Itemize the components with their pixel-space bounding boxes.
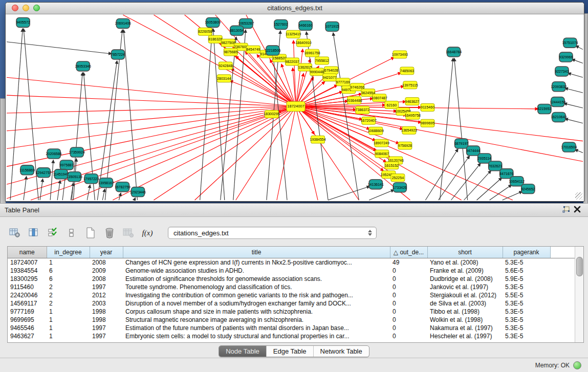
- column-header-short[interactable]: short: [427, 247, 503, 258]
- graph-node-teal[interactable]: 15751074: [562, 38, 578, 48]
- scrollbar-thumb[interactable]: [576, 257, 583, 276]
- citation-edge-red[interactable]: [293, 40, 296, 106]
- citation-edge-black[interactable]: [440, 58, 453, 200]
- network-canvas[interactable]: 1872400782260588186328982750823676089875…: [6, 14, 583, 201]
- graph-node-teal[interactable]: 12218506: [265, 46, 280, 55]
- vertical-scrollbar[interactable]: [575, 247, 583, 342]
- graph-node-yellow[interactable]: 9463627: [405, 98, 419, 105]
- citation-edge-black[interactable]: [454, 58, 468, 200]
- graph-node-teal[interactable]: 17016504: [561, 142, 577, 152]
- citation-edge-black[interactable]: [119, 193, 121, 200]
- citation-edge-red[interactable]: [195, 106, 296, 200]
- citation-edge-black[interactable]: [451, 163, 481, 200]
- graph-node-yellow[interactable]: 1615152: [385, 162, 399, 169]
- graph-node-yellow[interactable]: 8226058: [198, 28, 212, 35]
- delete-table-icon[interactable]: [103, 226, 116, 239]
- citation-edge-black[interactable]: [490, 185, 512, 200]
- graph-node-teal[interactable]: 11156869: [19, 165, 35, 175]
- graph-node-yellow[interactable]: 6794028: [324, 67, 338, 74]
- citation-edge-black[interactable]: [123, 30, 137, 200]
- table-row[interactable]: 977716911998Corpus callosum shape and si…: [8, 308, 576, 316]
- column-header-in_degree[interactable]: in_degree: [47, 247, 90, 258]
- graph-node-teal[interactable]: 6466160: [298, 20, 312, 30]
- column-header-year[interactable]: year: [90, 247, 123, 258]
- graph-node-teal[interactable]: 7632621: [488, 161, 502, 171]
- graph-node-yellow[interactable]: 7386372: [356, 106, 369, 114]
- graph-node-teal[interactable]: 12444158: [550, 97, 565, 107]
- graph-node-yellow[interactable]: 9115460: [421, 104, 434, 112]
- graph-node-yellow[interactable]: 13975115: [402, 81, 418, 89]
- table-row[interactable]: 969969511998Structural magnetic resonanc…: [8, 316, 576, 324]
- citation-edge-black[interactable]: [369, 190, 394, 200]
- function-builder-icon[interactable]: f(x): [141, 226, 154, 239]
- graph-node-yellow[interactable]: 18724007: [287, 102, 305, 112]
- table-row[interactable]: 2242004622012Investigating the contribut…: [8, 291, 576, 299]
- graph-node-teal[interactable]: 1071915: [325, 21, 339, 31]
- graph-node-yellow[interactable]: 9756928: [398, 142, 412, 149]
- network-graph[interactable]: 1872400782260588186328982750823676089875…: [6, 14, 583, 201]
- show-columns-icon[interactable]: [27, 226, 40, 239]
- table-row[interactable]: 946362711997Embryonic stem cells: a mode…: [8, 332, 576, 340]
- row-view-icon[interactable]: [65, 226, 78, 239]
- table-select-dropdown[interactable]: citations_edges.txt: [168, 227, 377, 239]
- graph-node-teal[interactable]: 12923446: [130, 187, 146, 197]
- graph-node-yellow[interactable]: 10807487: [372, 94, 387, 102]
- network-window-titlebar[interactable]: citations_edges.txt: [6, 3, 584, 14]
- graph-node-yellow[interactable]: 10973493: [392, 51, 408, 58]
- graph-node-yellow[interactable]: 9899695: [421, 119, 434, 127]
- graph-node-yellow[interactable]: 19384554: [310, 136, 326, 143]
- citation-edge-red[interactable]: [296, 49, 303, 106]
- citation-edge-red[interactable]: [7, 77, 296, 106]
- graph-node-yellow[interactable]: 18300295: [264, 110, 279, 118]
- graph-node-yellow[interactable]: 9822037: [285, 58, 299, 65]
- graph-node-yellow[interactable]: 13654923: [401, 126, 417, 134]
- graph-node-yellow[interactable]: 9990448: [310, 68, 323, 76]
- citation-edge-black[interactable]: [438, 156, 469, 200]
- tab-edge-table[interactable]: Edge Table: [267, 346, 314, 357]
- graph-node-yellow[interactable]: 16495758: [405, 112, 421, 119]
- citation-edge-red[interactable]: [7, 106, 296, 149]
- graph-node-yellow[interactable]: 252254: [391, 174, 405, 182]
- graph-node-teal[interactable]: 12093832: [551, 82, 567, 92]
- graph-node-teal[interactable]: 9329966: [559, 52, 573, 62]
- resize-grip-icon[interactable]: [575, 192, 582, 200]
- graph-node-yellow[interactable]: 8454749: [246, 46, 260, 53]
- graph-node-yellow[interactable]: 7955812: [315, 57, 329, 64]
- citation-edge-black[interactable]: [50, 160, 53, 200]
- close-button[interactable]: [12, 5, 18, 11]
- column-header-title[interactable]: title: [123, 247, 390, 258]
- graph-node-teal[interactable]: 17359924: [69, 147, 85, 157]
- graph-node-teal[interactable]: 9227343: [555, 67, 569, 76]
- table-row[interactable]: 1938455462009Genome-wide association stu…: [8, 267, 576, 275]
- table-row[interactable]: 1830029562008Estimation of significance …: [8, 275, 576, 283]
- graph-node-teal[interactable]: 9405572: [16, 17, 30, 27]
- citation-edge-black[interactable]: [221, 37, 236, 200]
- graph-node-yellow[interactable]: 18907249: [374, 139, 389, 147]
- graph-node-teal[interactable]: 14136141: [368, 180, 384, 189]
- graph-node-yellow[interactable]: 9421077: [323, 74, 337, 81]
- table-row[interactable]: 1872400712008Changes of HCN gene express…: [8, 258, 576, 267]
- graph-node-teal[interactable]: 6879197: [454, 139, 468, 148]
- graph-node-teal[interactable]: 13958167: [98, 178, 114, 188]
- citation-edge-red[interactable]: [7, 106, 296, 131]
- citation-edge-black[interactable]: [477, 178, 502, 200]
- close-icon[interactable]: [574, 206, 583, 214]
- graph-node-yellow[interactable]: 18640910: [295, 39, 311, 47]
- graph-node-teal[interactable]: 20206586: [46, 149, 62, 159]
- tab-network-table[interactable]: Network Table: [314, 346, 369, 357]
- graph-node-teal[interactable]: 12942757: [36, 168, 52, 178]
- minimize-button[interactable]: [23, 5, 29, 11]
- citation-edge-black[interactable]: [10, 29, 23, 200]
- graph-node-yellow[interactable]: 10688609: [368, 127, 384, 135]
- graph-node-yellow[interactable]: 16961758: [304, 49, 320, 57]
- graph-node-teal[interactable]: 9245652: [521, 184, 535, 194]
- citation-edge-black[interactable]: [565, 119, 583, 123]
- citation-edge-black[interactable]: [572, 59, 583, 63]
- float-window-icon[interactable]: [561, 206, 571, 214]
- table-row[interactable]: 911546021997Tourette syndrome. Phenomeno…: [8, 283, 576, 291]
- graph-node-teal[interactable]: 16053809: [205, 17, 221, 27]
- graph-node-teal[interactable]: 8813054: [230, 26, 244, 35]
- graph-node-teal[interactable]: 7857224: [111, 50, 125, 59]
- citation-edge-black[interactable]: [503, 191, 522, 200]
- graph-node-teal[interactable]: 9975887: [60, 160, 74, 170]
